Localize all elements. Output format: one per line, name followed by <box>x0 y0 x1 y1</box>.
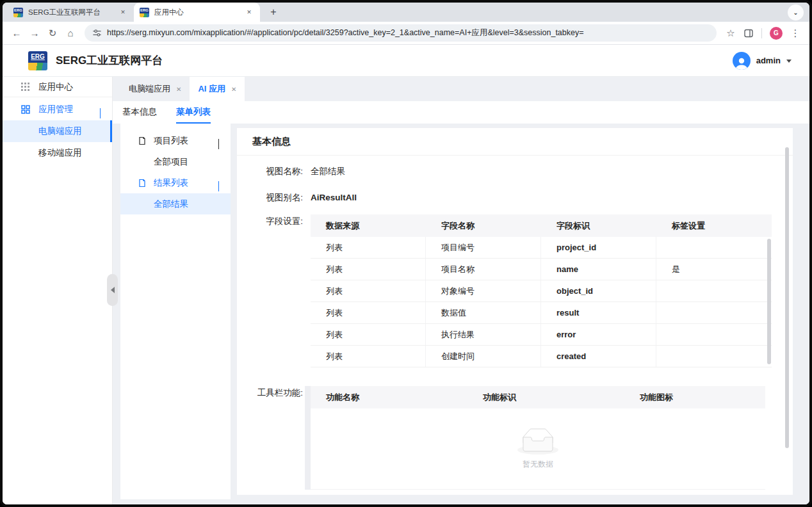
cell-data-source: 列表 <box>311 302 426 323</box>
forward-button[interactable]: → <box>26 24 44 42</box>
browser-tab-title: 应用中心 <box>154 8 244 17</box>
tree-node-label: 项目列表 <box>154 135 188 147</box>
tree-node-project-list[interactable]: 项目列表 <box>120 130 231 151</box>
home-button[interactable]: ⌂ <box>61 24 79 42</box>
sidebar-item-app-management[interactable]: 应用管理 <box>3 99 112 120</box>
cell-field-key: created <box>541 346 656 367</box>
cell-tag-setting <box>656 346 772 367</box>
close-icon[interactable]: ✕ <box>244 7 254 17</box>
sidebar-item-label: 电脑端应用 <box>38 125 82 137</box>
browser-window: ERG SERG工业互联网平台 ✕ ERG 应用中心 ✕ + ⌄ ← → ↻ ⌂… <box>0 0 812 507</box>
user-menu-caret-icon[interactable] <box>786 60 792 63</box>
close-icon[interactable]: ✕ <box>176 86 181 93</box>
basic-info-panel: 基本信息 视图名称: 全部结果 视图别名: AiResultAll <box>237 128 793 495</box>
table-row: 列表 项目编号 project_id <box>311 237 772 259</box>
site-settings-icon[interactable] <box>92 28 102 38</box>
cell-data-source: 列表 <box>311 280 426 302</box>
cell-field-name: 项目编号 <box>426 237 541 258</box>
reload-button[interactable]: ↻ <box>44 24 61 42</box>
cell-tag-setting <box>656 280 772 302</box>
subtab-menu-list[interactable]: 菜单列表 <box>176 101 211 124</box>
address-bar[interactable]: https://serg.mixyun.com/mixapplication/#… <box>85 24 717 42</box>
table-row: 列表 项目名称 name 是 <box>311 259 772 280</box>
sidebar-collapse-handle[interactable] <box>107 274 118 306</box>
table-scrollbar[interactable] <box>767 239 771 364</box>
close-icon[interactable]: ✕ <box>118 7 128 17</box>
back-button[interactable]: ← <box>8 24 26 42</box>
empty-state: 暂无数据 <box>311 408 765 490</box>
tree-child-all-results[interactable]: 全部结果 <box>120 193 231 214</box>
subtab-basic-info[interactable]: 基本信息 <box>122 101 157 124</box>
chevron-up-icon[interactable] <box>100 109 101 118</box>
table-row: 列表 对象编号 object_id <box>311 280 772 302</box>
toolbar-divider <box>761 28 762 38</box>
browser-tab-platform[interactable]: ERG SERG工业互联网平台 ✕ <box>8 3 134 22</box>
cell-tag-setting <box>656 324 772 345</box>
tree-node-label: 结果列表 <box>154 177 188 189</box>
tree-child-label: 全部结果 <box>154 198 188 210</box>
workspace-tab-ai-app[interactable]: AI 应用 ✕ <box>190 77 245 101</box>
cell-data-source: 列表 <box>311 324 426 345</box>
tree-child-all-projects[interactable]: 全部项目 <box>120 151 231 172</box>
table-row: 列表 数据值 result <box>311 302 772 324</box>
content-area: 电脑端应用 ✕ AI 应用 ✕ 基本信息 菜单列表 <box>113 77 809 504</box>
page-scrollbar[interactable] <box>785 147 789 448</box>
view-alias-label: 视图别名: <box>237 191 311 205</box>
serg-favicon: ERG <box>13 8 23 17</box>
cell-data-source: 列表 <box>311 237 426 258</box>
browser-menu-icon[interactable]: ⋮ <box>786 24 804 42</box>
grid-apps-icon <box>20 82 30 92</box>
sidebar-item-pc-apps[interactable]: 电脑端应用 <box>3 120 112 142</box>
user-avatar[interactable] <box>733 52 751 70</box>
serg-favicon: ERG <box>140 8 149 17</box>
cell-field-key: name <box>541 259 656 280</box>
close-icon[interactable]: ✕ <box>231 86 236 93</box>
browser-tab-title: SERG工业互联网平台 <box>28 8 118 17</box>
workspace-tab-pc-apps[interactable]: 电脑端应用 ✕ <box>120 77 190 101</box>
column-header: 字段名称 <box>426 220 541 232</box>
cell-field-name: 数据值 <box>426 302 541 323</box>
tab-search-button[interactable]: ⌄ <box>788 4 804 20</box>
field-settings-label: 字段设置: <box>237 214 311 367</box>
column-header: 字段标识 <box>541 220 656 232</box>
cell-tag-setting <box>656 302 772 323</box>
table-header-row: 数据来源 字段名称 字段标识 标签设置 <box>311 214 772 237</box>
chevron-up-icon[interactable] <box>218 182 219 191</box>
column-header: 功能标识 <box>467 392 624 403</box>
table-row: 列表 创建时间 created <box>311 346 772 367</box>
browser-tab-app-center[interactable]: ERG 应用中心 ✕ <box>134 3 260 22</box>
workspace-body: 项目列表 全部项目 结果列表 <box>113 124 809 504</box>
tree-child-label: 全部项目 <box>154 156 188 168</box>
user-name[interactable]: admin <box>756 56 781 65</box>
workspace-tab-label: 电脑端应用 <box>129 83 170 95</box>
appstore-icon <box>20 105 30 115</box>
toolbar-functions-label: 工具栏功能: <box>237 386 311 490</box>
side-panel-icon[interactable] <box>740 24 758 42</box>
tree-node-result-list[interactable]: 结果列表 <box>120 172 231 193</box>
sidebar-item-label: 移动端应用 <box>38 147 82 159</box>
view-name-value: 全部结果 <box>311 165 345 179</box>
sidebar-item-mobile-apps[interactable]: 移动端应用 <box>3 142 112 164</box>
detail-subtabs: 基本信息 菜单列表 <box>113 101 809 124</box>
url-text: https://serg.mixyun.com/mixapplication/#… <box>107 28 584 38</box>
cell-tag-setting <box>656 237 772 258</box>
app-title: SERG工业互联网平台 <box>56 53 163 68</box>
column-header: 标签设置 <box>656 220 772 232</box>
bookmark-star-icon[interactable]: ☆ <box>722 24 740 42</box>
table-header-row: 功能名称 功能标识 功能图标 <box>311 386 765 408</box>
empty-text: 暂无数据 <box>523 459 553 470</box>
chevron-up-icon[interactable] <box>218 140 219 149</box>
sidebar-item-app-center[interactable]: 应用中心 <box>3 77 112 97</box>
cell-field-name: 项目名称 <box>426 259 541 280</box>
cell-field-key: project_id <box>541 237 656 258</box>
view-alias-value: AiResultAll <box>311 191 357 205</box>
new-tab-button[interactable]: + <box>265 4 282 20</box>
panel-title: 基本信息 <box>237 128 793 156</box>
workspace-tab-label: AI 应用 <box>198 83 225 95</box>
browser-toolbar: ← → ↻ ⌂ https://serg.mixyun.com/mixappli… <box>3 22 809 45</box>
profile-avatar[interactable]: G <box>770 27 783 40</box>
view-name-label: 视图名称: <box>237 165 311 179</box>
serg-logo: ERG <box>28 51 47 70</box>
app-header: ERG SERG工业互联网平台 admin <box>3 45 809 77</box>
toolbar-functions-table: 功能名称 功能标识 功能图标 暂无数据 <box>311 386 765 490</box>
